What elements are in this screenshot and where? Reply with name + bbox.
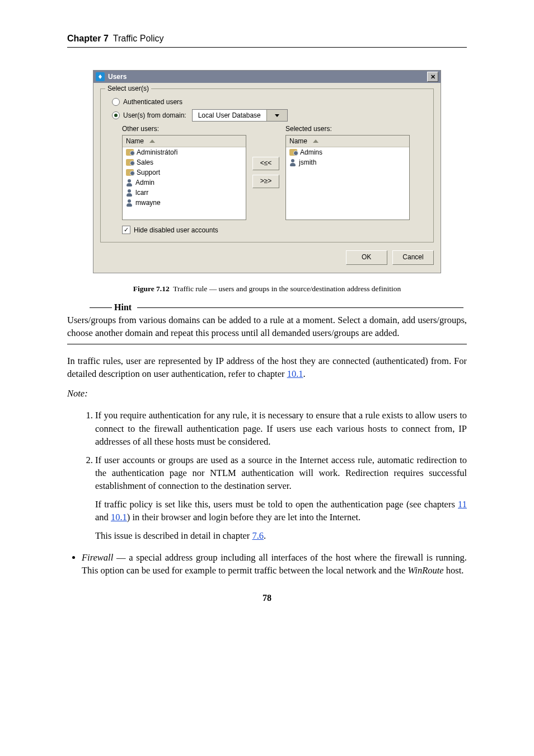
- col-name: Name: [289, 137, 307, 145]
- dialog-title: Users: [108, 73, 127, 81]
- firewall-term: Firewall: [82, 552, 113, 563]
- heading-rule: [67, 47, 467, 48]
- select-users-groupbox: Select user(s) Authenticated users User(…: [100, 88, 434, 242]
- column-header[interactable]: Name: [123, 136, 246, 147]
- list-item[interactable]: lcarr: [123, 188, 246, 198]
- link-7-6[interactable]: 7.6: [252, 530, 264, 541]
- figure-label: Figure 7.12: [133, 284, 170, 293]
- group-icon: [126, 159, 134, 166]
- checkbox-label: Hide disabled user accounts: [134, 226, 218, 234]
- domain-dropdown[interactable]: Local User Database: [192, 109, 288, 122]
- note-item: If user accounts or groups are used as a…: [95, 454, 467, 543]
- list-item[interactable]: Support: [123, 167, 246, 178]
- chapter-heading: Chapter 7Traffic Policy: [67, 34, 467, 44]
- selected-users-list[interactable]: Name Admins jsmith: [285, 135, 410, 220]
- sort-asc-icon: [313, 139, 318, 143]
- users-dialog: Users ✕ Select user(s) Authenticated use…: [93, 70, 441, 273]
- radio-users-from-domain[interactable]: User(s) from domain: Local User Database: [112, 109, 425, 122]
- user-icon: [289, 159, 296, 166]
- winroute-term: WinRoute: [408, 565, 444, 576]
- dialog-titlebar: Users ✕: [93, 71, 441, 83]
- radio-icon: [112, 98, 120, 106]
- link-11[interactable]: 11: [458, 499, 467, 510]
- chevron-down-icon: [266, 110, 287, 121]
- list-item[interactable]: mwayne: [123, 198, 246, 208]
- close-icon[interactable]: ✕: [427, 72, 438, 82]
- dropdown-value: Local User Database: [193, 111, 266, 119]
- ok-button[interactable]: OK: [346, 250, 387, 265]
- link-10-1[interactable]: 10.1: [287, 368, 303, 379]
- list-item[interactable]: jsmith: [286, 157, 409, 167]
- move-right-button[interactable]: >≥>: [252, 175, 279, 188]
- group-icon: [289, 149, 297, 156]
- hint-end-rule: [67, 344, 467, 344]
- list-item[interactable]: Admins: [286, 147, 409, 157]
- group-icon: [126, 169, 134, 176]
- hint-body: Users/groups from various domains can be…: [67, 314, 467, 339]
- user-icon: [126, 189, 133, 197]
- note-list: If you require authentication for any ru…: [67, 409, 467, 542]
- groupbox-legend: Select user(s): [105, 85, 151, 92]
- page-number: 78: [67, 593, 467, 603]
- radio-label: User(s) from domain:: [123, 111, 186, 119]
- col-name: Name: [126, 137, 144, 145]
- note-label: Note:: [67, 387, 467, 400]
- note-item: If you require authentication for any ru…: [95, 409, 467, 447]
- other-users-label: Other users:: [122, 125, 246, 133]
- chapter-title: Traffic Policy: [113, 34, 164, 43]
- figure-caption: Figure 7.12 Traffic rule — users and gro…: [67, 284, 467, 293]
- paragraph-traffic: In traffic rules, user are represented b…: [67, 354, 467, 380]
- app-icon: [96, 72, 105, 81]
- figure-text: Traffic rule — users and groups in the s…: [173, 284, 401, 293]
- selected-users-label: Selected users:: [285, 125, 410, 133]
- bullet-list: Firewall — a special address group inclu…: [67, 551, 467, 577]
- note-sub: If traffic policy is set like this, user…: [95, 498, 467, 524]
- link-10-1b[interactable]: 10.1: [111, 512, 127, 522]
- list-item[interactable]: Admin: [123, 178, 246, 188]
- radio-authenticated-users[interactable]: Authenticated users: [112, 98, 425, 106]
- user-icon: [126, 179, 133, 186]
- checkbox-icon: ✓: [122, 226, 130, 234]
- column-header[interactable]: Name: [286, 136, 409, 147]
- radio-label: Authenticated users: [123, 98, 182, 106]
- other-users-list[interactable]: Name Administrátoři Sales Support Admin …: [122, 135, 246, 220]
- note-sub: This issue is described in detail in cha…: [95, 529, 467, 542]
- radio-icon: [112, 111, 120, 119]
- sort-asc-icon: [149, 139, 155, 143]
- user-icon: [126, 199, 133, 207]
- bullet-firewall: Firewall — a special address group inclu…: [82, 551, 467, 577]
- list-item[interactable]: Sales: [123, 157, 246, 167]
- hint-label: Hint: [112, 302, 134, 312]
- chapter-number: Chapter 7: [67, 34, 109, 43]
- move-left-button[interactable]: <≤<: [252, 157, 279, 170]
- hint-header: Hint: [90, 302, 467, 312]
- group-icon: [126, 149, 134, 156]
- cancel-button[interactable]: Cancel: [392, 250, 434, 265]
- hide-disabled-checkbox[interactable]: ✓ Hide disabled user accounts: [122, 226, 425, 234]
- list-item[interactable]: Administrátoři: [123, 147, 246, 157]
